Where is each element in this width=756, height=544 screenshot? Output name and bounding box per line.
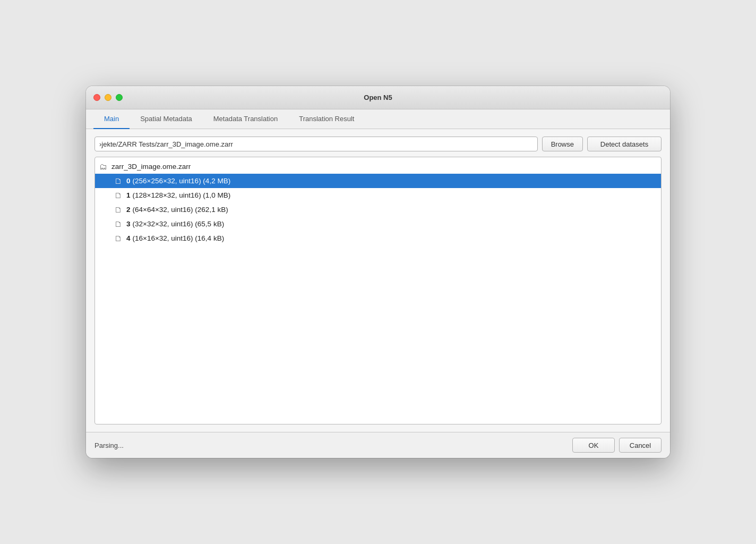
folder-icon: 🗂 <box>99 162 107 171</box>
item-details-1: (128×128×32, uint16) (1,0 MB) <box>133 191 231 199</box>
tree-item-0[interactable]: 🗋 0 (256×256×32, uint16) (4,2 MB) <box>95 174 661 188</box>
tab-main[interactable]: Main <box>93 109 130 129</box>
tab-spatial-metadata[interactable]: Spatial Metadata <box>130 109 203 129</box>
path-row: Browse Detect datasets <box>94 137 662 151</box>
item-details-3: (32×32×32, uint16) (65,5 kB) <box>133 220 225 228</box>
cancel-button[interactable]: Cancel <box>619 438 662 453</box>
item-details-4: (16×16×32, uint16) (16,4 kB) <box>133 234 225 242</box>
dialog-window: Open N5 Main Spatial Metadata Metadata T… <box>86 86 670 458</box>
item-name-0: 0 <box>126 177 131 185</box>
traffic-lights <box>93 94 123 101</box>
main-content: Browse Detect datasets 🗂 zarr_3D_image.o… <box>86 129 670 432</box>
tree-root[interactable]: 🗂 zarr_3D_image.ome.zarr <box>95 159 661 174</box>
item-name-4: 4 <box>126 234 131 242</box>
item-name-2: 2 <box>126 206 131 214</box>
close-button[interactable] <box>93 94 100 101</box>
tree-item-1[interactable]: 🗋 1 (128×128×32, uint16) (1,0 MB) <box>95 188 661 202</box>
window-title: Open N5 <box>364 94 392 101</box>
root-label: zarr_3D_image.ome.zarr <box>111 163 191 171</box>
tab-translation-result[interactable]: Translation Result <box>288 109 365 129</box>
minimize-button[interactable] <box>105 94 111 101</box>
file-icon-0: 🗋 <box>114 176 122 185</box>
file-icon-1: 🗋 <box>114 191 122 200</box>
maximize-button[interactable] <box>116 94 123 101</box>
tab-bar: Main Spatial Metadata Metadata Translati… <box>86 109 670 129</box>
detect-datasets-button[interactable]: Detect datasets <box>587 137 662 151</box>
item-name-3: 3 <box>126 220 131 228</box>
file-icon-2: 🗋 <box>114 205 122 214</box>
browse-button[interactable]: Browse <box>542 137 583 151</box>
tree-item-3[interactable]: 🗋 3 (32×32×32, uint16) (65,5 kB) <box>95 217 661 231</box>
footer-buttons: OK Cancel <box>572 438 662 453</box>
footer: Parsing... OK Cancel <box>86 432 670 458</box>
item-details-0: (256×256×32, uint16) (4,2 MB) <box>133 177 231 185</box>
file-icon-4: 🗋 <box>114 234 122 243</box>
tree-item-4[interactable]: 🗋 4 (16×16×32, uint16) (16,4 kB) <box>95 231 661 245</box>
path-input[interactable] <box>94 137 538 151</box>
tab-metadata-translation[interactable]: Metadata Translation <box>203 109 288 129</box>
file-icon-3: 🗋 <box>114 219 122 228</box>
tree-item-2[interactable]: 🗋 2 (64×64×32, uint16) (262,1 kB) <box>95 202 661 217</box>
titlebar: Open N5 <box>86 86 670 109</box>
ok-button[interactable]: OK <box>572 438 615 453</box>
item-details-2: (64×64×32, uint16) (262,1 kB) <box>133 206 228 214</box>
status-text: Parsing... <box>94 441 124 449</box>
dataset-tree[interactable]: 🗂 zarr_3D_image.ome.zarr 🗋 0 (256×256×32… <box>94 157 662 424</box>
item-name-1: 1 <box>126 191 131 199</box>
